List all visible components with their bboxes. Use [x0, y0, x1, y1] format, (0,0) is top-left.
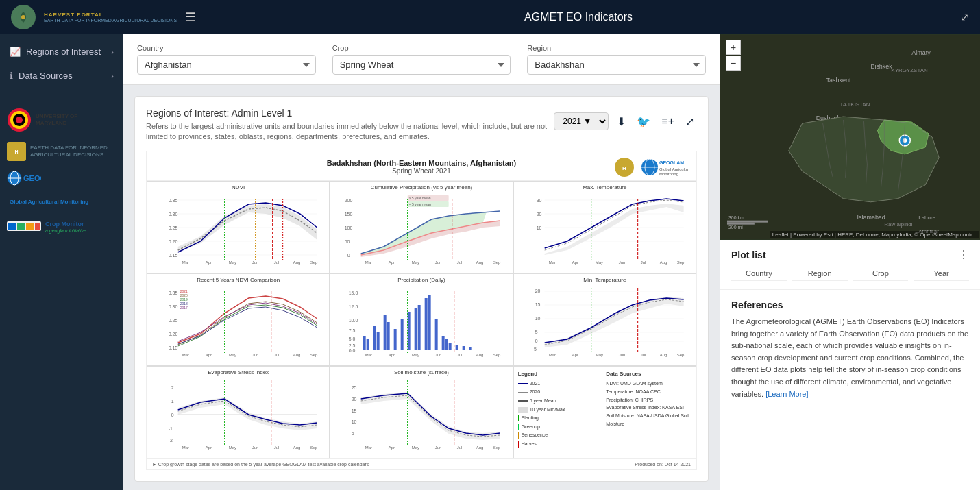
- svg-rect-116: [401, 319, 404, 350]
- svg-text:Sep: Sep: [493, 260, 501, 265]
- ndvi5yr-chart-cell: Recent 5 Years NDVI Comparison 0.35 0.30…: [147, 273, 330, 366]
- twitter-button[interactable]: 🐦: [634, 112, 653, 131]
- svg-text:Apr: Apr: [389, 260, 395, 265]
- cropmonitor-logo-img: [7, 216, 41, 239]
- svg-text:5: 5: [352, 431, 354, 436]
- cropmonitor-label: Crop Monitor a geoglam initiative: [45, 221, 86, 234]
- svg-text:50: 50: [345, 239, 350, 244]
- geoglam-logo-chart: GEOGLAM Global Agricultural Monitoring: [640, 158, 688, 177]
- plot-col-country: Country: [731, 267, 787, 281]
- svg-text:0.35: 0.35: [169, 291, 178, 295]
- hamburger-menu[interactable]: ☰: [185, 10, 196, 25]
- crop-select[interactable]: Spring Wheat: [332, 55, 511, 75]
- svg-text:Sep: Sep: [676, 260, 684, 265]
- references-title: References: [731, 299, 969, 310]
- svg-text:Tashkent: Tashkent: [826, 77, 851, 84]
- ds-soil: Soil Moisture: NASA-USDA Global Soil Moi…: [606, 412, 691, 428]
- plot-list-menu-icon[interactable]: ⋮: [958, 248, 969, 261]
- harvest-logo-chart: H: [614, 157, 635, 177]
- region-select[interactable]: Badakhshan: [527, 55, 706, 75]
- svg-rect-175: [339, 377, 504, 452]
- svg-text:-2: -2: [169, 438, 173, 443]
- svg-text:Aug: Aug: [476, 260, 484, 265]
- svg-text:Jul: Jul: [457, 260, 463, 265]
- svg-rect-121: [428, 295, 431, 350]
- svg-rect-113: [384, 315, 387, 350]
- legend-datasources-cell: Legend 2021 2020 5 year Mean 10 year Min…: [513, 366, 696, 458]
- legend-item-greenup: Greenup: [518, 423, 604, 432]
- precip-daily-chart-title: Precipitation (Daily): [333, 277, 509, 283]
- map-svg: Almaty Bishkek KYRGYZSTAN Tashkent TAJIK…: [720, 34, 980, 240]
- legend-item-5yr: 5 year Mean: [518, 397, 604, 406]
- main-layout: 📈 Regions of Interest › ℹ Data Sources ›: [0, 34, 980, 490]
- svg-text:Jul: Jul: [640, 353, 646, 357]
- app-logo: [11, 5, 36, 29]
- svg-rect-13: [26, 223, 34, 230]
- svg-text:20: 20: [536, 212, 541, 217]
- cropmonitor-logo-container: Crop Monitor a geoglam initiative: [7, 216, 117, 239]
- svg-text:15: 15: [535, 302, 540, 307]
- sidebar-item-regions[interactable]: 📈 Regions of Interest ›: [0, 40, 123, 64]
- soil-chart-cell: Soil moisture (surface) 25 20 15 10 5: [330, 366, 513, 458]
- svg-rect-12: [17, 223, 25, 230]
- svg-text:Mar: Mar: [548, 260, 555, 265]
- references-learn-more-link[interactable]: [Learn More]: [765, 390, 808, 398]
- app-title: AGMET EO Indicators: [524, 11, 633, 23]
- country-select[interactable]: Afghanistan: [137, 55, 316, 75]
- sidebar-item-datasources-inner: ℹ Data Sources: [10, 71, 73, 81]
- svg-text:Apr: Apr: [206, 260, 212, 265]
- svg-text:May: May: [229, 260, 236, 265]
- esi-chart-title: Evaporative Stress Index: [150, 369, 326, 376]
- cumprec-chart-svg: ≥ 5 year mean = 5 year mean 200 150 100 …: [333, 192, 509, 267]
- svg-text:GEOGLAM: GEOGLAM: [659, 160, 684, 165]
- ds-precip: Precipitation: CHIRPS: [606, 396, 691, 404]
- year-select[interactable]: 2021 ▼: [554, 112, 609, 130]
- precip-daily-chart-cell: Precipitation (Daily) 15.0 12.5 10.0 7.5…: [330, 273, 513, 366]
- chart-toolbar: 2021 ▼ ⬇ 🐦 ≡+ ⤢: [554, 112, 697, 131]
- references-section: References The Agrometeorological (AGMET…: [720, 290, 980, 490]
- svg-rect-119: [418, 305, 421, 350]
- svg-text:Sep: Sep: [676, 353, 684, 357]
- main-panel: Country Afghanistan Crop Spring Wheat Re…: [123, 34, 720, 490]
- svg-text:20: 20: [535, 289, 540, 293]
- svg-rect-112: [377, 332, 380, 350]
- expand-icon[interactable]: ⤢: [961, 12, 969, 23]
- ndvi-chart-cell: NDVI 0.35 0.30 0.25 0.20 0.15: [147, 181, 330, 273]
- ndvi5yr-chart-svg: 0.35 0.30 0.25 0.20 0.15 2021 2020 2019 …: [150, 284, 326, 360]
- svg-text:2: 2: [171, 385, 174, 390]
- chart-title-block: Regions of Interest: Admin Level 1 Refer…: [146, 108, 554, 143]
- fullscreen-button[interactable]: ⤢: [683, 112, 697, 131]
- logo-text-area: HARVEST PORTAL EARTH DATA FOR INFORMED A…: [44, 12, 177, 23]
- cumprec-chart-title: Cumulative Precipitation (vs 5 year mean…: [333, 184, 509, 191]
- svg-point-198: [903, 138, 907, 143]
- legend-block: Legend 2021 2020 5 year Mean 10 year Min…: [518, 371, 604, 454]
- svg-text:2.5: 2.5: [349, 343, 356, 348]
- svg-text:2017: 2017: [180, 306, 188, 310]
- ndvi5yr-chart-title: Recent 5 Years NDVI Comparison: [150, 277, 326, 283]
- svg-text:Islamabad: Islamabad: [857, 214, 885, 221]
- filter-bar: Country Afghanistan Crop Spring Wheat Re…: [123, 34, 720, 85]
- download-button[interactable]: ⬇: [614, 112, 628, 131]
- svg-rect-124: [445, 339, 448, 350]
- sidebar-item-datasources-label: Data Sources: [19, 71, 73, 81]
- zoom-out-button[interactable]: −: [726, 56, 741, 71]
- datasources-chevron-icon: ›: [111, 72, 114, 80]
- add-list-button[interactable]: ≡+: [659, 112, 677, 130]
- svg-text:0.30: 0.30: [169, 304, 178, 309]
- svg-text:Aug: Aug: [476, 445, 484, 450]
- svg-rect-203: [727, 221, 768, 223]
- svg-text:Mar: Mar: [182, 445, 189, 450]
- svg-rect-123: [442, 336, 445, 350]
- partner-logos: UNIVERSITY OFMARYLAND H EARTH DATA FOR I…: [0, 99, 123, 247]
- svg-text:25: 25: [352, 385, 357, 390]
- esi-chart-cell: Evaporative Stress Index 2 1 0 -1 -2: [147, 366, 330, 458]
- legend-item-planting: Planting: [518, 414, 604, 423]
- svg-text:Lahore: Lahore: [918, 215, 935, 221]
- svg-text:Mar: Mar: [182, 353, 189, 357]
- sidebar-item-datasources[interactable]: ℹ Data Sources ›: [0, 64, 123, 88]
- charts-grid: NDVI 0.35 0.30 0.25 0.20 0.15: [147, 180, 696, 458]
- zoom-in-button[interactable]: +: [726, 40, 741, 55]
- svg-text:0.20: 0.20: [169, 332, 178, 336]
- svg-text:Aug: Aug: [293, 445, 301, 450]
- svg-text:10: 10: [535, 316, 540, 321]
